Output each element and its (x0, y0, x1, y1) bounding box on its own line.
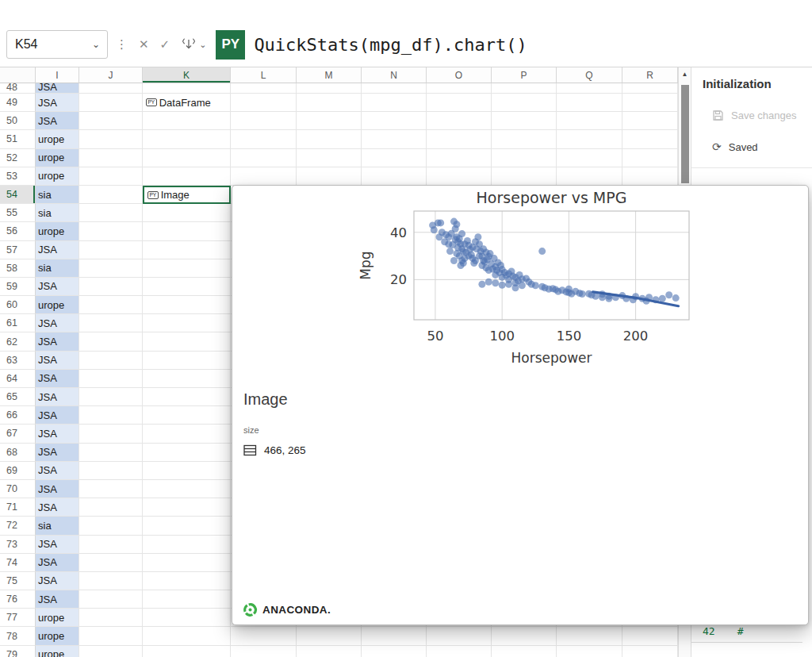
row-header-67[interactable]: 67 (0, 425, 36, 443)
saved-status[interactable]: ⟳ Saved (712, 140, 812, 153)
cell-Q51[interactable] (557, 130, 622, 148)
cell-O50[interactable] (427, 112, 492, 130)
row-header-69[interactable]: 69 (0, 462, 36, 480)
cell-M48[interactable] (297, 83, 362, 94)
row-header-77[interactable]: 77 (0, 609, 36, 627)
row-header-70[interactable]: 70 (0, 480, 36, 498)
cell-J71[interactable] (79, 498, 143, 517)
cell-M78[interactable] (297, 627, 362, 645)
cell-I51[interactable]: urope (36, 130, 79, 148)
cell-Q50[interactable] (557, 112, 622, 130)
cell-J79[interactable] (79, 646, 143, 657)
cell-I54[interactable]: sia (36, 186, 79, 204)
cell-Q78[interactable] (557, 627, 622, 645)
cell-K51[interactable] (143, 130, 231, 148)
scrollbar-thumb[interactable] (681, 85, 689, 183)
cell-I63[interactable]: JSA (36, 352, 79, 370)
cell-I50[interactable]: JSA (36, 112, 79, 130)
cell-I60[interactable]: urope (36, 296, 79, 314)
cell-K73[interactable] (143, 536, 231, 554)
cell-J55[interactable] (79, 204, 143, 222)
cell-I71[interactable]: JSA (36, 498, 79, 517)
cell-K52[interactable] (143, 149, 231, 167)
cell-J52[interactable] (79, 149, 143, 167)
cell-J76[interactable] (79, 590, 143, 609)
chevron-down-icon[interactable]: ⌄ (199, 40, 206, 50)
insert-python-object-icon[interactable] (181, 37, 197, 52)
cell-I75[interactable]: JSA (36, 572, 79, 590)
cell-O48[interactable] (427, 83, 492, 94)
row-header-62[interactable]: 62 (0, 332, 36, 351)
row-header-71[interactable]: 71 (0, 498, 36, 517)
cell-O49[interactable] (427, 94, 492, 112)
cell-R53[interactable] (622, 167, 678, 186)
cell-K62[interactable] (143, 332, 231, 351)
cell-I65[interactable]: JSA (36, 388, 79, 406)
scroll-up-icon[interactable]: ▲ (679, 67, 691, 80)
column-header-R[interactable]: R (622, 67, 678, 83)
row-header-50[interactable]: 50 (0, 112, 36, 130)
cell-N48[interactable] (362, 83, 427, 94)
cell-R48[interactable] (622, 83, 678, 94)
cell-I53[interactable]: urope (36, 167, 79, 186)
cell-L52[interactable] (231, 149, 297, 167)
cell-I68[interactable]: JSA (36, 444, 79, 462)
cell-K55[interactable] (143, 204, 231, 222)
row-header-54[interactable]: 54 (0, 186, 36, 204)
cell-L51[interactable] (231, 130, 297, 148)
cell-J59[interactable] (79, 278, 143, 296)
cell-J72[interactable] (79, 517, 143, 535)
column-header-M[interactable]: M (297, 67, 362, 83)
cell-P48[interactable] (492, 83, 557, 94)
cell-Q49[interactable] (557, 94, 622, 112)
cell-J51[interactable] (79, 130, 143, 148)
row-header-73[interactable]: 73 (0, 536, 36, 554)
row-header-79[interactable]: 79 (0, 646, 36, 657)
cell-K54[interactable]: PYImage (143, 186, 231, 204)
cell-P53[interactable] (492, 167, 557, 186)
cell-R79[interactable] (622, 646, 678, 657)
cell-I61[interactable]: JSA (36, 314, 79, 332)
cell-M49[interactable] (297, 94, 362, 112)
cell-J50[interactable] (79, 112, 143, 130)
row-header-56[interactable]: 56 (0, 222, 36, 240)
cell-K78[interactable] (143, 627, 231, 645)
cell-I49[interactable]: JSA (36, 94, 79, 112)
column-header-Q[interactable]: Q (557, 67, 622, 83)
cell-R50[interactable] (622, 112, 678, 130)
cell-J70[interactable] (79, 480, 143, 498)
cell-K60[interactable] (143, 296, 231, 314)
cell-P79[interactable] (492, 646, 557, 657)
cell-J56[interactable] (79, 222, 143, 240)
cell-K64[interactable] (143, 370, 231, 388)
row-header-52[interactable]: 52 (0, 149, 36, 167)
cell-J78[interactable] (79, 627, 143, 645)
cell-I58[interactable]: sia (36, 259, 79, 278)
cell-K68[interactable] (143, 444, 231, 462)
cell-K69[interactable] (143, 462, 231, 480)
cell-Q79[interactable] (557, 646, 622, 657)
column-header-J[interactable]: J (79, 67, 143, 83)
cell-O51[interactable] (427, 130, 492, 148)
cell-R78[interactable] (622, 627, 678, 645)
cell-I64[interactable]: JSA (36, 370, 79, 388)
cell-J77[interactable] (79, 609, 143, 627)
row-header-60[interactable]: 60 (0, 296, 36, 314)
cell-K79[interactable] (143, 646, 231, 657)
row-header-76[interactable]: 76 (0, 590, 36, 609)
cell-J53[interactable] (79, 167, 143, 186)
cell-M53[interactable] (297, 167, 362, 186)
cell-L50[interactable] (231, 112, 297, 130)
cell-J73[interactable] (79, 536, 143, 554)
row-header-57[interactable]: 57 (0, 241, 36, 259)
cell-K48[interactable] (143, 83, 231, 94)
name-box[interactable]: K54 ⌄ (6, 30, 108, 59)
cell-K72[interactable] (143, 517, 231, 535)
cell-I78[interactable]: urope (36, 627, 79, 645)
cell-M50[interactable] (297, 112, 362, 130)
cell-N50[interactable] (362, 112, 427, 130)
cell-K53[interactable] (143, 167, 231, 186)
column-header-P[interactable]: P (492, 67, 557, 83)
cell-J49[interactable] (79, 94, 143, 112)
cell-I62[interactable]: JSA (36, 332, 79, 351)
